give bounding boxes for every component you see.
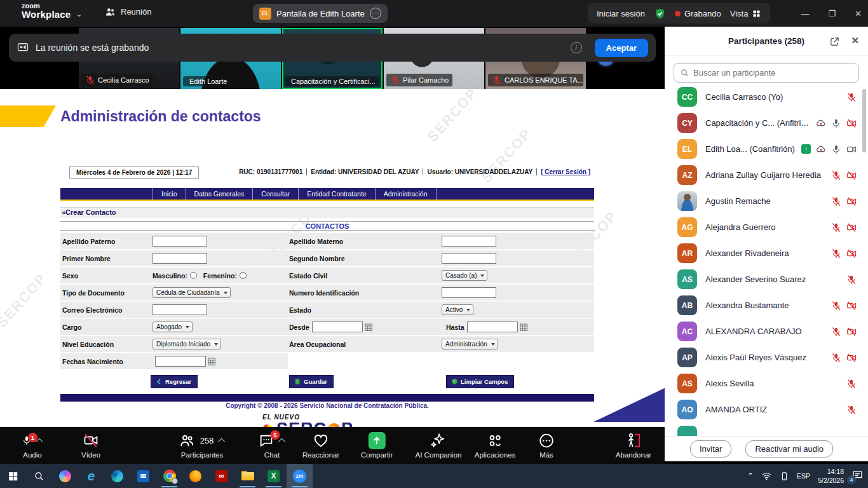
save-button[interactable]: Guardar xyxy=(289,375,334,388)
taskbar-mail-button[interactable]: ✉ xyxy=(130,464,156,488)
taskbar-copilot-button[interactable] xyxy=(52,464,78,488)
taskbar-firefox-button[interactable] xyxy=(182,464,208,488)
participant-row[interactable]: ARAlexander Rivadeneira xyxy=(665,240,868,266)
select-dropdown[interactable]: Abogado xyxy=(153,322,193,332)
calendar-icon[interactable] xyxy=(364,323,373,332)
participant-name: ALEXANDRA CARABAJO xyxy=(705,327,827,336)
menu-item-consultar[interactable]: Consultar xyxy=(253,188,299,200)
info-icon[interactable]: i xyxy=(571,42,582,53)
toolbar-reaccionar-button[interactable]: Reaccionar xyxy=(302,431,339,459)
form-cell: Segundo Nombre xyxy=(286,250,594,266)
muted-mic-icon xyxy=(846,92,857,102)
radio-button[interactable] xyxy=(240,272,247,279)
view-button[interactable]: Vista xyxy=(730,9,762,18)
text-input[interactable] xyxy=(312,322,363,332)
field-label: Hasta xyxy=(443,323,465,331)
taskbar-excel-button[interactable]: X xyxy=(261,464,287,488)
toolbar-compartir-button[interactable]: Compartir xyxy=(361,431,393,459)
participant-row[interactable] xyxy=(665,423,868,436)
clear-button[interactable]: Limpiar Campos xyxy=(446,375,514,388)
participant-row[interactable]: APAlexis Paúl Reyes Vásquez xyxy=(665,344,868,370)
invite-button[interactable]: Invitar xyxy=(690,440,731,458)
search-box[interactable] xyxy=(674,63,859,83)
logout-link[interactable]: [ Cerrar Sesión ] xyxy=(537,168,594,175)
text-input[interactable] xyxy=(153,253,207,264)
language-indicator[interactable]: ESP xyxy=(797,472,810,480)
close-button[interactable]: ✕ xyxy=(855,9,862,18)
taskbar-search-button[interactable] xyxy=(26,464,52,488)
toolbar-m-s-button[interactable]: Más xyxy=(538,431,555,459)
participant-row[interactable]: CYCapacitación y C... (Anfitrión) xyxy=(665,110,868,136)
taskbar-windows-start-button[interactable] xyxy=(0,464,26,488)
menu-item-inicio[interactable]: Inicio xyxy=(153,188,186,200)
select-dropdown[interactable]: Administración xyxy=(442,339,498,349)
participant-row[interactable]: AZAdriana Zullay Guijarro Heredia xyxy=(665,162,868,188)
select-dropdown[interactable]: Activo xyxy=(442,304,473,315)
accept-recording-button[interactable]: Aceptar xyxy=(595,39,648,57)
taskbar-acrobat-button[interactable]: ∞ xyxy=(208,464,234,488)
more-options-icon[interactable]: ··· xyxy=(370,8,381,19)
calendar-icon[interactable] xyxy=(207,357,216,366)
chevron-up-icon[interactable] xyxy=(278,438,285,445)
tab-shared-screen[interactable]: EL Pantalla de Edith Loarte ··· xyxy=(253,4,388,23)
search-icon xyxy=(32,469,46,483)
calendar-icon[interactable] xyxy=(519,323,528,332)
taskbar-zoom-button[interactable]: zm xyxy=(287,464,313,488)
toolbar-participantes-button[interactable]: 258Participantes xyxy=(179,431,226,459)
chevron-up-icon[interactable] xyxy=(218,438,225,445)
notification-center-icon[interactable]: 4 xyxy=(851,470,864,482)
participant-row[interactable]: ELEdith Loa... (Coanfitrión)↑ xyxy=(665,136,868,162)
signin-button[interactable]: Iniciar sesión xyxy=(597,9,645,18)
wifi-icon[interactable] xyxy=(761,471,772,482)
tray-chevron-icon[interactable]: ⌃ xyxy=(747,471,754,480)
taskbar-internet-explorer-button[interactable]: e xyxy=(78,464,104,488)
mic-icon: 1 xyxy=(22,435,32,445)
toolbar-v-deo-button[interactable]: Vídeo xyxy=(81,431,100,459)
toolbar-chat-button[interactable]: 5Chat xyxy=(259,431,286,459)
menu-item-entidad-contratante[interactable]: Entidad Contratante xyxy=(299,188,375,200)
toolbar-abandonar-button[interactable]: Abandonar xyxy=(616,431,651,459)
tab-meeting[interactable]: Reunión xyxy=(105,6,151,17)
toolbar-ai-companion-button[interactable]: AI Companion xyxy=(416,431,462,459)
participant-row[interactable]: ABAlexandra Bustamante xyxy=(665,292,868,318)
text-input[interactable] xyxy=(153,304,207,315)
popout-icon[interactable] xyxy=(829,36,840,47)
text-input[interactable] xyxy=(467,322,518,332)
search-input[interactable] xyxy=(693,68,853,78)
participant-row[interactable]: Agustin Remache xyxy=(665,188,868,214)
menu-item-administraci-n[interactable]: Administración xyxy=(376,188,437,200)
participant-row[interactable]: AOAMANDA ORTIZ xyxy=(665,396,868,423)
participant-row[interactable]: ASAlexis Sevilla xyxy=(665,370,868,396)
menu-item-datos-generales[interactable]: Datos Generales xyxy=(186,188,254,200)
text-input[interactable] xyxy=(155,356,206,367)
maximize-button[interactable]: ❐ xyxy=(828,9,836,18)
participant-row[interactable]: AGAlejandra Guerrero xyxy=(665,214,868,240)
text-input[interactable] xyxy=(442,236,496,247)
device-icon[interactable] xyxy=(780,471,789,481)
text-input[interactable] xyxy=(442,287,496,298)
radio-button[interactable] xyxy=(190,272,197,279)
text-input[interactable] xyxy=(153,236,207,247)
select-dropdown[interactable]: Cédula de Ciudadanía xyxy=(153,287,231,298)
minimize-button[interactable]: — xyxy=(801,9,809,18)
form-row: SexoMasculino:Femenino:Estado CivilCasad… xyxy=(60,267,594,283)
participant-row[interactable]: ACALEXANDRA CARABAJO xyxy=(665,318,868,344)
taskbar-clock[interactable]: 14:185/2/2026 xyxy=(818,467,844,485)
back-button[interactable]: Regresar xyxy=(151,375,198,388)
unmute-button[interactable]: Reactivar mi audio xyxy=(745,440,833,458)
field-label: Fechas Nacimiento xyxy=(62,358,153,365)
participant-row[interactable]: ASAlexander Severino Suarez xyxy=(665,266,868,292)
save-icon xyxy=(294,378,301,385)
select-dropdown[interactable]: Casado (a) xyxy=(442,270,487,281)
taskbar-chrome-button[interactable] xyxy=(156,464,182,488)
chevron-down-icon[interactable]: ⌄ xyxy=(76,10,82,18)
panel-scrollbar[interactable] xyxy=(862,89,866,152)
toolbar-aplicaciones-button[interactable]: Aplicaciones xyxy=(475,431,516,459)
text-input[interactable] xyxy=(442,253,496,264)
taskbar-edge-button[interactable] xyxy=(104,464,130,488)
select-dropdown[interactable]: Diplomado Iniciado xyxy=(153,339,221,349)
taskbar-file-explorer-button[interactable] xyxy=(234,464,261,488)
toolbar-audio-button[interactable]: 1Audio xyxy=(22,431,43,459)
close-panel-icon[interactable]: ✕ xyxy=(851,35,859,46)
participant-row[interactable]: CCCecilia Carrasco (Yo) xyxy=(665,84,868,110)
